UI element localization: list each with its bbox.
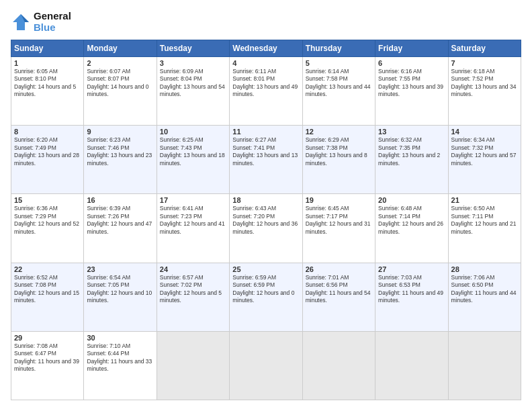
calendar-cell: 18Sunrise: 6:43 AMSunset: 7:20 PMDayligh…: [230, 194, 302, 263]
calendar-cell: 20Sunrise: 6:48 AMSunset: 7:14 PMDayligh…: [375, 194, 448, 263]
calendar-cell: 11Sunrise: 6:27 AMSunset: 7:41 PMDayligh…: [230, 126, 302, 194]
calendar-cell: 9Sunrise: 6:23 AMSunset: 7:46 PMDaylight…: [84, 126, 157, 194]
calendar-cell: 23Sunrise: 6:54 AMSunset: 7:05 PMDayligh…: [84, 263, 157, 331]
cell-text: Sunrise: 6:34 AMSunset: 7:32 PMDaylight:…: [451, 136, 517, 166]
calendar-cell: 1Sunrise: 6:05 AMSunset: 8:10 PMDaylight…: [11, 57, 84, 126]
calendar-cell: [230, 331, 302, 400]
logo-icon: [11, 12, 31, 32]
cell-text: Sunrise: 6:09 AMSunset: 8:04 PMDaylight:…: [160, 68, 225, 97]
col-friday: Friday: [375, 40, 448, 57]
calendar-cell: 27Sunrise: 7:03 AMSunset: 6:53 PMDayligh…: [375, 263, 448, 331]
cell-text: Sunrise: 6:39 AMSunset: 7:26 PMDaylight:…: [87, 205, 152, 234]
cell-text: Sunrise: 6:23 AMSunset: 7:46 PMDaylight:…: [87, 136, 152, 166]
calendar-cell: 22Sunrise: 6:52 AMSunset: 7:08 PMDayligh…: [11, 263, 84, 331]
cell-text: Sunrise: 6:41 AMSunset: 7:23 PMDaylight:…: [160, 205, 225, 234]
col-thursday: Thursday: [302, 40, 375, 57]
day-number: 15: [14, 196, 81, 204]
cell-text: Sunrise: 6:36 AMSunset: 7:29 PMDaylight:…: [14, 205, 79, 234]
cell-text: Sunrise: 6:05 AMSunset: 8:10 PMDaylight:…: [14, 68, 76, 97]
day-number: 3: [160, 59, 226, 67]
calendar-cell: 24Sunrise: 6:57 AMSunset: 7:02 PMDayligh…: [157, 263, 229, 331]
day-number: 8: [14, 128, 81, 136]
day-number: 27: [378, 265, 445, 273]
cell-text: Sunrise: 6:27 AMSunset: 7:41 PMDaylight:…: [232, 136, 298, 166]
day-number: 18: [232, 196, 299, 204]
logo-text: General Blue: [34, 11, 71, 33]
day-number: 16: [87, 196, 153, 204]
cell-text: Sunrise: 7:01 AMSunset: 6:56 PMDaylight:…: [306, 274, 371, 304]
cell-text: Sunrise: 6:14 AMSunset: 7:58 PMDaylight:…: [306, 68, 371, 97]
cell-text: Sunrise: 6:57 AMSunset: 7:02 PMDaylight:…: [160, 274, 222, 304]
day-number: 23: [87, 265, 153, 273]
calendar-cell: 13Sunrise: 6:32 AMSunset: 7:35 PMDayligh…: [375, 126, 448, 194]
day-number: 1: [14, 59, 81, 67]
calendar-cell: 6Sunrise: 6:16 AMSunset: 7:55 PMDaylight…: [375, 57, 448, 126]
col-tuesday: Tuesday: [157, 40, 229, 57]
day-number: 11: [232, 128, 299, 136]
calendar-cell: [157, 331, 229, 400]
calendar-cell: 10Sunrise: 6:25 AMSunset: 7:43 PMDayligh…: [157, 126, 229, 194]
col-wednesday: Wednesday: [230, 40, 302, 57]
calendar-header-row: Sunday Monday Tuesday Wednesday Thursday…: [11, 40, 521, 57]
day-number: 21: [451, 196, 518, 204]
calendar-cell: 2Sunrise: 6:07 AMSunset: 8:07 PMDaylight…: [84, 57, 157, 126]
cell-text: Sunrise: 6:59 AMSunset: 6:59 PMDaylight:…: [232, 274, 294, 304]
day-number: 5: [306, 59, 372, 67]
calendar-cell: [375, 331, 448, 400]
day-number: 4: [232, 59, 299, 67]
calendar-cell: 8Sunrise: 6:20 AMSunset: 7:49 PMDaylight…: [11, 126, 84, 194]
calendar-cell: 29Sunrise: 7:08 AMSunset: 6:47 PMDayligh…: [11, 331, 84, 400]
cell-text: Sunrise: 6:16 AMSunset: 7:55 PMDaylight:…: [378, 68, 443, 97]
cell-text: Sunrise: 6:45 AMSunset: 7:17 PMDaylight:…: [306, 205, 371, 234]
calendar-week-row: 15Sunrise: 6:36 AMSunset: 7:29 PMDayligh…: [11, 194, 521, 263]
cell-text: Sunrise: 6:52 AMSunset: 7:08 PMDaylight:…: [14, 274, 79, 304]
cell-text: Sunrise: 6:20 AMSunset: 7:49 PMDaylight:…: [14, 136, 79, 166]
calendar-cell: 5Sunrise: 6:14 AMSunset: 7:58 PMDaylight…: [302, 57, 375, 126]
calendar-cell: 26Sunrise: 7:01 AMSunset: 6:56 PMDayligh…: [302, 263, 375, 331]
calendar-cell: 15Sunrise: 6:36 AMSunset: 7:29 PMDayligh…: [11, 194, 84, 263]
cell-text: Sunrise: 6:07 AMSunset: 8:07 PMDaylight:…: [87, 68, 148, 97]
day-number: 17: [160, 196, 226, 204]
calendar-week-row: 29Sunrise: 7:08 AMSunset: 6:47 PMDayligh…: [11, 331, 521, 400]
calendar-cell: 12Sunrise: 6:29 AMSunset: 7:38 PMDayligh…: [302, 126, 375, 194]
col-monday: Monday: [84, 40, 157, 57]
day-number: 13: [378, 128, 445, 136]
col-saturday: Saturday: [448, 40, 521, 57]
day-number: 26: [306, 265, 372, 273]
cell-text: Sunrise: 6:25 AMSunset: 7:43 PMDaylight:…: [160, 136, 225, 166]
day-number: 22: [14, 265, 81, 273]
cell-text: Sunrise: 7:10 AMSunset: 6:44 PMDaylight:…: [87, 342, 152, 372]
col-sunday: Sunday: [11, 40, 84, 57]
cell-text: Sunrise: 7:08 AMSunset: 6:47 PMDaylight:…: [14, 342, 79, 372]
day-number: 14: [451, 128, 518, 136]
calendar-week-row: 1Sunrise: 6:05 AMSunset: 8:10 PMDaylight…: [11, 57, 521, 126]
day-number: 7: [451, 59, 518, 67]
cell-text: Sunrise: 6:32 AMSunset: 7:35 PMDaylight:…: [378, 136, 440, 166]
day-number: 10: [160, 128, 226, 136]
calendar-cell: 25Sunrise: 6:59 AMSunset: 6:59 PMDayligh…: [230, 263, 302, 331]
day-number: 12: [306, 128, 372, 136]
header: General Blue: [11, 11, 521, 33]
day-number: 25: [232, 265, 299, 273]
cell-text: Sunrise: 6:18 AMSunset: 7:52 PMDaylight:…: [451, 68, 517, 97]
cell-text: Sunrise: 6:29 AMSunset: 7:38 PMDaylight:…: [306, 136, 367, 166]
cell-text: Sunrise: 6:11 AMSunset: 8:01 PMDaylight:…: [232, 68, 298, 97]
calendar-cell: 30Sunrise: 7:10 AMSunset: 6:44 PMDayligh…: [84, 331, 157, 400]
calendar-cell: 3Sunrise: 6:09 AMSunset: 8:04 PMDaylight…: [157, 57, 229, 126]
calendar-cell: 28Sunrise: 7:06 AMSunset: 6:50 PMDayligh…: [448, 263, 521, 331]
calendar-cell: 19Sunrise: 6:45 AMSunset: 7:17 PMDayligh…: [302, 194, 375, 263]
cell-text: Sunrise: 6:50 AMSunset: 7:11 PMDaylight:…: [451, 205, 517, 234]
day-number: 20: [378, 196, 445, 204]
calendar-cell: 21Sunrise: 6:50 AMSunset: 7:11 PMDayligh…: [448, 194, 521, 263]
cell-text: Sunrise: 6:43 AMSunset: 7:20 PMDaylight:…: [232, 205, 298, 234]
day-number: 19: [306, 196, 372, 204]
calendar-cell: 4Sunrise: 6:11 AMSunset: 8:01 PMDaylight…: [230, 57, 302, 126]
calendar-cell: [302, 331, 375, 400]
calendar-cell: 16Sunrise: 6:39 AMSunset: 7:26 PMDayligh…: [84, 194, 157, 263]
calendar-week-row: 8Sunrise: 6:20 AMSunset: 7:49 PMDaylight…: [11, 126, 521, 194]
calendar-week-row: 22Sunrise: 6:52 AMSunset: 7:08 PMDayligh…: [11, 263, 521, 331]
calendar-cell: 14Sunrise: 6:34 AMSunset: 7:32 PMDayligh…: [448, 126, 521, 194]
cell-text: Sunrise: 7:06 AMSunset: 6:50 PMDaylight:…: [451, 274, 517, 304]
page: General Blue Sunday Monday Tuesday Wedne…: [0, 0, 532, 411]
calendar-cell: 7Sunrise: 6:18 AMSunset: 7:52 PMDaylight…: [448, 57, 521, 126]
